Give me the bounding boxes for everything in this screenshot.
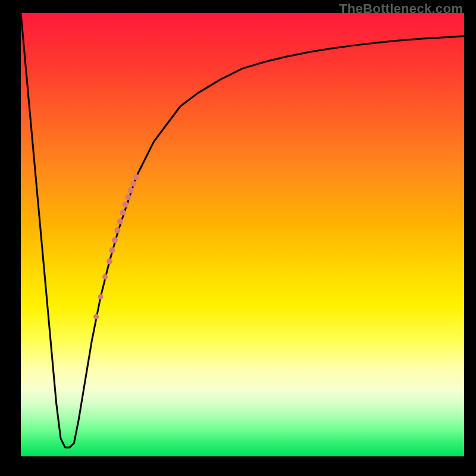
highlight-point: [112, 237, 118, 243]
highlight-point: [114, 227, 120, 233]
highlight-segment: [93, 174, 139, 320]
highlight-point: [128, 187, 134, 193]
bottleneck-curve: [21, 13, 464, 447]
highlight-point: [125, 194, 131, 200]
chart-svg: [21, 13, 464, 456]
highlight-point: [120, 209, 126, 215]
highlight-point: [133, 174, 139, 180]
highlight-point: [93, 314, 99, 320]
highlight-point: [107, 258, 112, 264]
highlight-point: [102, 274, 108, 280]
highlight-point: [117, 218, 123, 224]
highlight-point: [123, 202, 129, 208]
chart-frame: TheBottleneck.com: [0, 0, 476, 476]
highlight-point: [98, 294, 104, 299]
plot-area: [21, 13, 464, 456]
highlight-point: [109, 248, 115, 253]
highlight-point: [130, 181, 136, 187]
